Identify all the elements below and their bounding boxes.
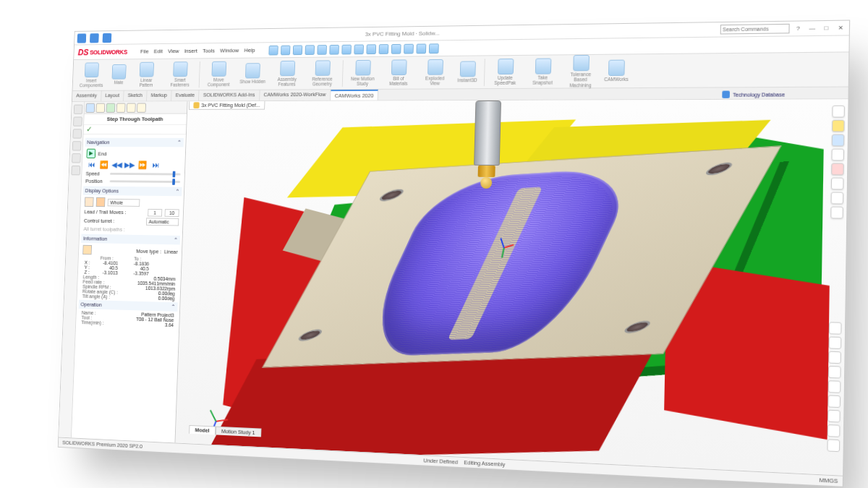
display-button[interactable]: [828, 351, 841, 364]
bottom-tab-model[interactable]: Model: [189, 424, 216, 434]
tab-layout[interactable]: Layout: [101, 90, 124, 100]
collapse-icon[interactable]: ⌃: [174, 236, 179, 243]
bottom-tab-motion-study-1[interactable]: Motion Study 1: [216, 426, 262, 437]
ribbon-smart-fasteners[interactable]: Smart Fasteners: [165, 61, 196, 87]
save-icon[interactable]: [103, 33, 112, 42]
home-icon[interactable]: [90, 33, 99, 42]
qat-button[interactable]: [378, 43, 388, 53]
view-button[interactable]: [830, 192, 843, 204]
ok-icon[interactable]: ✓: [84, 124, 95, 133]
qat-button[interactable]: [354, 44, 364, 54]
display-button[interactable]: [829, 322, 842, 335]
menu-tools[interactable]: Tools: [203, 47, 215, 53]
display-mode-dropdown[interactable]: Whole: [108, 198, 140, 206]
search-commands-input[interactable]: [720, 23, 790, 34]
view-button[interactable]: [832, 119, 845, 132]
maximize-button[interactable]: □: [821, 22, 832, 33]
qat-button[interactable]: [341, 44, 352, 54]
step-fwd-button[interactable]: ▶▶: [124, 160, 135, 169]
ribbon-tolerance-based-machining[interactable]: Tolerance Based Machining: [563, 55, 598, 87]
tab-camworks-2020-workflow[interactable]: CAMWorks 2020-WorkFlow: [260, 90, 331, 100]
menu-window[interactable]: Window: [220, 47, 239, 53]
tab-camworks-2020[interactable]: CAMWorks 2020: [331, 89, 378, 100]
collapse-icon[interactable]: ⌃: [171, 304, 176, 310]
collapse-icon[interactable]: ⌃: [175, 188, 180, 194]
tab-sketch[interactable]: Sketch: [124, 90, 147, 100]
menu-view[interactable]: View: [168, 48, 179, 54]
view-button[interactable]: [832, 134, 845, 146]
qat-button[interactable]: [317, 44, 327, 54]
ribbon-reference-geometry[interactable]: Reference Geometry: [307, 60, 339, 86]
fast-fwd-button[interactable]: ⏩: [137, 160, 148, 169]
left-strip-button[interactable]: [73, 116, 82, 126]
tab-assembly[interactable]: Assembly: [72, 90, 101, 100]
qat-button[interactable]: [268, 45, 278, 55]
display-button[interactable]: [827, 409, 841, 422]
lead-field[interactable]: 1: [148, 208, 162, 216]
config-tab-icon[interactable]: [106, 103, 116, 112]
help-icon[interactable]: ?: [793, 23, 804, 34]
view-button[interactable]: [831, 177, 844, 189]
display-button[interactable]: [828, 380, 841, 393]
ribbon-update-speedpak[interactable]: Update SpeedPak: [488, 58, 522, 85]
skip-start-button[interactable]: ⏮: [86, 159, 97, 168]
ribbon-exploded-view[interactable]: Exploded View: [419, 59, 452, 85]
display-button[interactable]: [827, 424, 841, 437]
ribbon-show-hidden[interactable]: Show Hidden: [238, 63, 268, 84]
ribbon-bill-of-materials[interactable]: Bill of Materials: [383, 59, 415, 86]
left-strip-button[interactable]: [72, 141, 81, 150]
ribbon-mate[interactable]: Mate: [110, 64, 129, 85]
speed-slider[interactable]: [110, 172, 181, 175]
display-button[interactable]: [827, 395, 841, 408]
menu-insert[interactable]: Insert: [184, 48, 197, 54]
left-strip-button[interactable]: [72, 153, 81, 163]
trail-field[interactable]: 10: [165, 209, 179, 217]
menu-help[interactable]: Help: [244, 47, 255, 53]
qat-button[interactable]: [292, 45, 302, 55]
left-strip-button[interactable]: [73, 104, 82, 114]
ribbon-camworks[interactable]: CAMWorks: [602, 59, 631, 82]
play-button[interactable]: ▶: [86, 148, 95, 158]
view-button[interactable]: [830, 206, 843, 218]
tab-markup[interactable]: Markup: [147, 90, 172, 100]
view-button[interactable]: [831, 163, 844, 175]
qat-button[interactable]: [305, 44, 315, 54]
qat-button[interactable]: [391, 43, 401, 53]
display-button[interactable]: [827, 439, 840, 452]
cam-op-tab-icon[interactable]: [137, 103, 146, 112]
qat-button[interactable]: [329, 44, 339, 54]
rewind-button[interactable]: ⏪: [98, 159, 109, 168]
qat-button[interactable]: [404, 43, 414, 53]
status-units[interactable]: MMGS: [819, 476, 838, 484]
qat-button[interactable]: [428, 43, 438, 53]
left-strip-button[interactable]: [71, 166, 80, 175]
ribbon-assembly-features[interactable]: Assembly Features: [271, 60, 303, 86]
tab-evaluate[interactable]: Evaluate: [171, 90, 200, 100]
display-button[interactable]: [828, 365, 841, 378]
tab-solidworks-add-ins[interactable]: SOLIDWORKS Add-Ins: [199, 90, 260, 100]
skip-end-button[interactable]: ⏭: [150, 160, 161, 169]
dim-tab-icon[interactable]: [116, 103, 126, 112]
display-button[interactable]: [828, 336, 841, 349]
ribbon-insert-components[interactable]: Insert Components: [77, 62, 107, 87]
close-button[interactable]: ✕: [835, 22, 846, 33]
step-back-button[interactable]: ◀◀: [111, 159, 122, 168]
menu-edit[interactable]: Edit: [153, 48, 163, 54]
ribbon-linear-pattern[interactable]: Linear Pattern: [131, 61, 161, 87]
feature-tree-tab-icon[interactable]: [85, 103, 95, 112]
holder-display-icon[interactable]: [96, 197, 106, 206]
ribbon-new-motion-study[interactable]: New Motion Study: [346, 59, 379, 86]
side-link-technology-database[interactable]: Technology Database: [720, 88, 845, 99]
ribbon-instant3d[interactable]: Instant3D: [455, 61, 480, 82]
ribbon-take-snapshot[interactable]: Take Snapshot: [526, 58, 560, 85]
tool-display-icon[interactable]: [85, 197, 94, 206]
view-button[interactable]: [832, 105, 845, 117]
graphics-viewport[interactable]: 3x PVC Fitting Mold (Def...: [175, 99, 848, 475]
view-button[interactable]: [831, 148, 844, 160]
left-strip-button[interactable]: [72, 129, 82, 138]
qat-button[interactable]: [281, 45, 290, 55]
collapse-icon[interactable]: ⌃: [177, 139, 182, 145]
qat-button[interactable]: [416, 43, 426, 53]
ribbon-move-component[interactable]: Move Component: [203, 61, 234, 87]
minimize-button[interactable]: —: [807, 22, 817, 33]
